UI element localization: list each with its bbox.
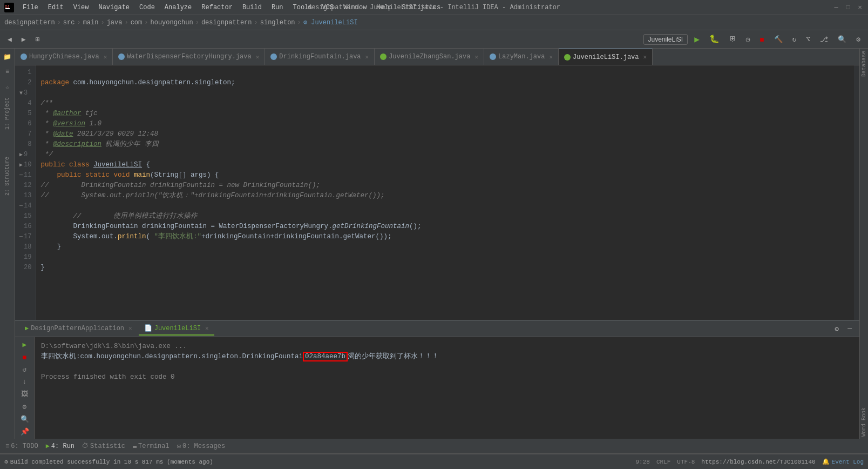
structure-label[interactable]: 2: Structure bbox=[3, 156, 11, 197]
project-icon[interactable]: 📁 bbox=[2, 51, 13, 63]
fold-icon[interactable]: ▼ bbox=[19, 88, 23, 98]
close-button[interactable]: ✕ bbox=[856, 4, 864, 11]
run-scroll-end-button[interactable]: ↓ bbox=[19, 377, 31, 387]
line-separator[interactable]: CRLF bbox=[656, 459, 670, 465]
build-button[interactable]: 🔨 bbox=[771, 34, 786, 45]
tab-close-icon[interactable]: ✕ bbox=[549, 53, 553, 61]
tab-close-icon[interactable]: ✕ bbox=[474, 53, 478, 61]
run-rerun-button[interactable]: ↺ bbox=[19, 364, 31, 374]
breadcrumb-main[interactable]: main bbox=[83, 19, 99, 26]
menu-analyze[interactable]: Analyze bbox=[160, 2, 196, 13]
run-settings-button[interactable]: ⚙ bbox=[831, 323, 842, 335]
maximize-button[interactable]: □ bbox=[844, 4, 852, 11]
breadcrumb-file[interactable]: ⚙ JuvenileLiSI bbox=[303, 18, 358, 26]
sync-button[interactable]: ↻ bbox=[789, 34, 800, 45]
project-label[interactable]: 1: Project bbox=[3, 96, 11, 131]
tab-close-icon[interactable]: ✕ bbox=[104, 53, 107, 61]
tab-close-icon[interactable]: ✕ bbox=[256, 53, 260, 61]
fold-icon[interactable]: ▶ bbox=[19, 150, 23, 160]
event-log-button[interactable]: 🔔 Event Log bbox=[822, 458, 864, 465]
menu-navigate[interactable]: Navigate bbox=[94, 2, 134, 13]
run-button[interactable]: ▶ bbox=[691, 32, 703, 46]
tab-juvenileZhangSan[interactable]: JuvenileZhangSan.java ✕ bbox=[375, 49, 484, 65]
tab-juvenileLiSI[interactable]: JuvenileLiSI.java ✕ bbox=[559, 49, 653, 65]
tab-waterDispenser[interactable]: WaterDispenserFactoryHungry.java ✕ bbox=[113, 49, 265, 65]
statistic-label: Statistic bbox=[90, 443, 125, 450]
statistic-button[interactable]: ⏱ Statistic bbox=[79, 440, 128, 452]
run-tab-designpattern[interactable]: ▶ DesignPatternApplication ✕ bbox=[19, 322, 138, 336]
code-content[interactable]: package com.houyongchun.designpattern.si… bbox=[36, 65, 854, 320]
git-button[interactable]: ⌥ bbox=[803, 34, 813, 45]
code-editor[interactable]: 1 2 ▼3 4 5 6 7 8 ▶9 ▶10 ─11 12 13 ─14 15… bbox=[15, 65, 859, 320]
wordbookmark-label[interactable]: Word Book bbox=[860, 405, 868, 439]
terminal-button[interactable]: ▬ Terminal bbox=[130, 441, 173, 452]
run-filter-button[interactable]: 🔍 bbox=[19, 414, 31, 424]
menu-edit[interactable]: Edit bbox=[44, 2, 68, 13]
forward-button[interactable]: ▶ bbox=[18, 34, 29, 45]
menu-view[interactable]: View bbox=[69, 2, 93, 13]
settings-button[interactable]: ⚙ bbox=[853, 34, 864, 45]
breadcrumb-singleton[interactable]: singleton bbox=[260, 19, 295, 26]
csdn-link[interactable]: https://blog.csdn.net/TJC1001140 bbox=[701, 459, 815, 465]
fold-icon[interactable]: ─ bbox=[19, 170, 23, 180]
debug-button[interactable]: 🐛 bbox=[706, 32, 723, 46]
database-label[interactable]: Database bbox=[860, 49, 868, 79]
menu-code[interactable]: Code bbox=[135, 2, 159, 13]
messages-icon: ✉ bbox=[177, 442, 181, 450]
java-file-icon bbox=[490, 53, 496, 60]
profile-button[interactable]: ◷ bbox=[743, 34, 754, 45]
run-output-line: 李四饮水机:com.houyongchun.designpattern.sing… bbox=[41, 352, 853, 362]
fold-icon[interactable]: ─ bbox=[19, 201, 23, 211]
stop-button[interactable]: ◼ bbox=[757, 34, 768, 45]
cursor-position[interactable]: 9:28 bbox=[636, 459, 650, 465]
menu-refactor[interactable]: Refactor bbox=[197, 2, 237, 13]
structure-icon[interactable]: ≡ bbox=[2, 66, 13, 78]
tab-close-icon[interactable]: ✕ bbox=[643, 53, 647, 61]
run-output-line: Process finished with exit code 0 bbox=[41, 372, 853, 383]
run-minimize-button[interactable]: ─ bbox=[844, 323, 855, 334]
breadcrumb-project[interactable]: designpattern bbox=[4, 19, 55, 26]
line-numbers: 1 2 ▼3 4 5 6 7 8 ▶9 ▶10 ─11 12 13 ─14 15… bbox=[15, 65, 36, 320]
coverage-button[interactable]: ⛨ bbox=[726, 34, 740, 45]
tab-close-icon[interactable]: ✕ bbox=[365, 53, 369, 61]
run-fold-button[interactable]: ⚙ bbox=[19, 401, 31, 412]
back-button[interactable]: ◀ bbox=[4, 34, 15, 45]
menu-run[interactable]: Run bbox=[267, 2, 288, 13]
run-tab-close-icon[interactable]: ✕ bbox=[128, 325, 132, 332]
run-play-button[interactable]: ▶ bbox=[19, 339, 31, 350]
editor-scrollbar[interactable] bbox=[854, 65, 859, 320]
menu-file[interactable]: File bbox=[18, 2, 43, 13]
messages-button[interactable]: ✉ 0: Messages bbox=[174, 440, 228, 452]
search-everywhere-button[interactable]: 🔍 bbox=[835, 34, 850, 45]
breadcrumb-com[interactable]: com bbox=[131, 19, 143, 26]
breadcrumb-java[interactable]: java bbox=[107, 19, 123, 26]
run-tab-juvenile[interactable]: 📄 JuvenileLiSI ✕ bbox=[139, 322, 214, 336]
todo-button[interactable]: ≡ 6: TODO bbox=[2, 441, 42, 452]
charset[interactable]: UTF-8 bbox=[677, 459, 695, 465]
tab-label: JuvenileLiSI.java bbox=[573, 53, 639, 61]
recent-files-button[interactable]: ⊞ bbox=[32, 34, 43, 45]
minimize-button[interactable]: ─ bbox=[832, 4, 840, 11]
run-tab-close-icon[interactable]: ✕ bbox=[205, 325, 209, 332]
tab-lazyMan[interactable]: LazyMan.java ✕ bbox=[484, 49, 559, 65]
run-panel-button[interactable]: ▶ 4: Run bbox=[43, 440, 78, 452]
run-pin-button[interactable]: 📌 bbox=[19, 426, 31, 437]
run-config-selector[interactable]: JuvenileLiSI bbox=[643, 34, 688, 45]
run-panel: ▶ DesignPatternApplication ✕ 📄 JuvenileL… bbox=[15, 320, 859, 439]
breadcrumb-houyongchun[interactable]: houyongchun bbox=[150, 19, 193, 26]
tab-hungryChinese[interactable]: HungryChinese.java ✕ bbox=[15, 49, 113, 65]
title-bar: IJ File Edit View Navigate Code Analyze … bbox=[0, 0, 868, 15]
csdn-url[interactable]: https://blog.csdn.net/TJC1001140 bbox=[701, 459, 815, 465]
menu-build[interactable]: Build bbox=[238, 2, 266, 13]
build-status-text: Build completed successfully in 10 s 817… bbox=[10, 459, 213, 465]
tab-label: LazyMan.java bbox=[498, 53, 545, 61]
vcs-button[interactable]: ⎇ bbox=[817, 34, 831, 45]
fold-icon[interactable]: ─ bbox=[19, 232, 23, 242]
breadcrumb-designpattern[interactable]: designpattern bbox=[201, 19, 252, 26]
breadcrumb-src[interactable]: src bbox=[63, 19, 75, 26]
tab-drinkingFountain[interactable]: DrinkingFountain.java ✕ bbox=[265, 49, 375, 65]
favorites-sidebar-icon[interactable]: ☆ bbox=[2, 81, 13, 93]
run-stop-button[interactable]: ◼ bbox=[19, 352, 31, 362]
run-settings-icon[interactable]: 🖼 bbox=[19, 389, 31, 399]
fold-icon[interactable]: ▶ bbox=[19, 160, 23, 170]
